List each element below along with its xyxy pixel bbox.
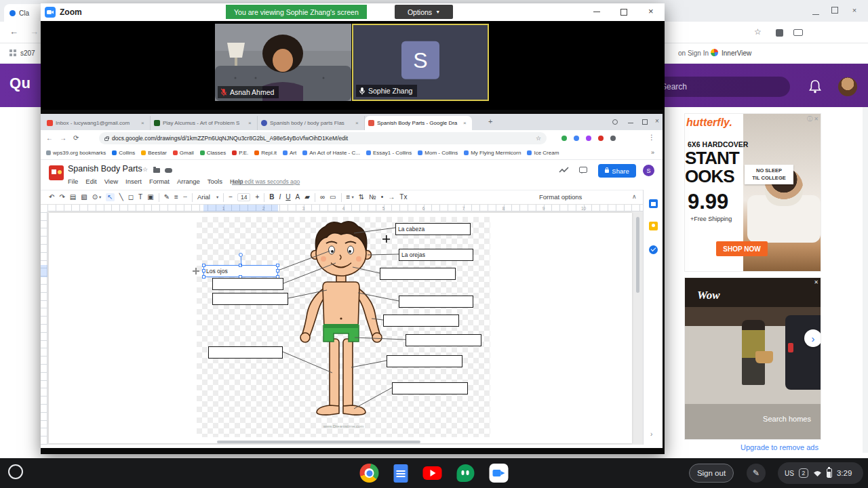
- clear-formatting-icon[interactable]: Tx: [399, 194, 407, 201]
- bold-icon[interactable]: B: [269, 194, 274, 201]
- text-color-icon[interactable]: A: [296, 194, 300, 201]
- resize-handle[interactable]: [276, 264, 279, 267]
- bookmark-item[interactable]: Classes: [200, 150, 226, 156]
- line-spacing-icon[interactable]: ⇅: [359, 194, 364, 201]
- toolbar-separator[interactable]: [159, 193, 159, 202]
- drawing-text-box[interactable]: [380, 268, 456, 280]
- last-edit-link[interactable]: Last edit was seconds ago: [232, 178, 300, 185]
- site-logo[interactable]: Qu: [9, 75, 31, 92]
- upgrade-remove-ads-link[interactable]: Upgrade to remove ads: [741, 443, 818, 451]
- shop-now-button[interactable]: SHOP NOW: [716, 241, 768, 256]
- launcher-button[interactable]: [8, 464, 23, 479]
- font-size-value[interactable]: 14: [237, 193, 250, 202]
- docs-app-icon[interactable]: [394, 464, 408, 483]
- menu-item[interactable]: File: [68, 178, 78, 185]
- zoom-dropdown-icon[interactable]: ▾: [99, 195, 101, 200]
- status-tray[interactable]: US 2 3:29: [778, 462, 863, 484]
- drawing-text-box[interactable]: [399, 296, 473, 308]
- bookmarks-overflow-icon[interactable]: [651, 149, 657, 156]
- shared-close-icon[interactable]: [655, 117, 659, 125]
- drawing-text-box[interactable]: La orejas: [399, 249, 473, 261]
- innerview-link[interactable]: InnerView: [722, 49, 751, 57]
- font-family-select[interactable]: Arial: [197, 194, 215, 201]
- indent-icon[interactable]: →: [388, 194, 395, 201]
- extension-icon[interactable]: [610, 136, 616, 141]
- bookmark-item[interactable]: Repl.it: [254, 150, 277, 156]
- keep-icon[interactable]: [649, 222, 658, 230]
- bookmark-item[interactable]: My Flying Mermicorn: [464, 150, 521, 156]
- browser-tab[interactable]: Play Alcumus - Art of Problem S: [151, 116, 258, 130]
- zoom-maximize-icon[interactable]: [620, 9, 627, 16]
- drawing-text-box[interactable]: [406, 334, 481, 346]
- youtube-app-icon[interactable]: [423, 466, 442, 480]
- ad-close-icon[interactable]: ✕: [814, 279, 818, 285]
- apps-grid-icon[interactable]: [9, 49, 16, 56]
- drawing-text-box[interactable]: [212, 293, 288, 305]
- presence-avatar[interactable]: S: [643, 165, 654, 176]
- browser-menu-icon[interactable]: [648, 134, 655, 141]
- extension-icon[interactable]: [586, 136, 591, 141]
- shape-tool-icon[interactable]: ◻: [128, 194, 134, 201]
- url-field[interactable]: docs.google.com/drawings/d/1kmZZPn6UqNJN…: [99, 132, 547, 144]
- hangouts-app-icon[interactable]: [457, 464, 475, 482]
- drawing-text-box[interactable]: La cabeza: [395, 223, 471, 235]
- collaborator-avatar[interactable]: [539, 165, 551, 176]
- align-dropdown-icon[interactable]: ▾: [351, 195, 353, 200]
- browser-tab[interactable]: Spanish body / body parts Flas: [258, 116, 365, 130]
- drawing-text-box[interactable]: [212, 278, 283, 290]
- carousel-next-button[interactable]: ›: [804, 329, 821, 347]
- shutterfly-ad[interactable]: hutterfly. ⓘ ✕ 6X6 HARDCOVER STANT OOKS …: [685, 114, 821, 271]
- window-minimize-icon[interactable]: [812, 9, 819, 15]
- participant-video-asnah[interactable]: Asnah Ahmed: [215, 24, 351, 101]
- bookmark-star-icon[interactable]: ☆: [754, 27, 762, 37]
- body-parts-clipart[interactable]: La cabeza La orejas: [197, 217, 490, 437]
- insert-comment-icon[interactable]: ▭: [330, 194, 336, 201]
- toolbar-separator[interactable]: [264, 193, 264, 202]
- canvas-horizontal-scrollbar[interactable]: [217, 441, 420, 443]
- tab-close-icon[interactable]: [355, 120, 361, 126]
- stylus-tools-button[interactable]: ✎: [747, 464, 766, 483]
- browser-tab[interactable]: Inbox - lucywang1@gmail.com: [43, 116, 151, 130]
- insert-link-icon[interactable]: ∞: [320, 194, 325, 201]
- insert-image-icon[interactable]: ▣: [147, 194, 153, 201]
- page-scrollbar[interactable]: [863, 107, 868, 453]
- tab-close-icon[interactable]: [141, 120, 146, 126]
- numbered-list-icon[interactable]: №: [369, 194, 376, 201]
- forward-icon[interactable]: →: [30, 26, 39, 37]
- ad-close-icon[interactable]: ⓘ ✕: [807, 115, 818, 123]
- extension-icon[interactable]: [598, 136, 604, 141]
- menu-item[interactable]: Arrange: [177, 178, 200, 185]
- new-tab-icon[interactable]: [488, 117, 492, 125]
- bookmark-item[interactable]: Beestar: [141, 150, 167, 156]
- bookmark-item[interactable]: Art: [283, 150, 296, 156]
- forward-icon[interactable]: →: [60, 134, 66, 142]
- extension-icon[interactable]: [574, 136, 579, 141]
- menu-item[interactable]: Tools: [208, 178, 222, 185]
- shared-maximize-icon[interactable]: [642, 119, 648, 125]
- bookmark-item[interactable]: Collins: [112, 150, 135, 156]
- star-document-icon[interactable]: ☆: [142, 166, 148, 173]
- toolbar-separator[interactable]: [315, 193, 315, 202]
- paint-format-icon[interactable]: ▧: [81, 194, 87, 201]
- line-tool-icon[interactable]: ╲: [119, 194, 123, 201]
- bookmark-star-icon[interactable]: ☆: [536, 135, 541, 142]
- search-homes-link[interactable]: Search homes: [763, 415, 811, 423]
- drawing-text-box[interactable]: [387, 355, 462, 367]
- bulleted-list-icon[interactable]: •: [381, 194, 384, 201]
- extension-icon[interactable]: [776, 29, 783, 37]
- text-box-tool-icon[interactable]: T: [138, 194, 142, 201]
- zoom-close-icon[interactable]: ×: [648, 6, 654, 16]
- back-icon[interactable]: ←: [9, 26, 18, 37]
- calendar-icon[interactable]: [649, 199, 658, 208]
- undo-icon[interactable]: ↶: [49, 194, 54, 201]
- zoom-tool-icon[interactable]: ⊙: [92, 194, 98, 201]
- search-input[interactable]: Search: [646, 77, 790, 97]
- line-weight-icon[interactable]: ≡: [174, 194, 178, 201]
- format-options-button[interactable]: Format options: [539, 193, 582, 201]
- italic-icon[interactable]: I: [279, 194, 281, 201]
- participant-video-sophie[interactable]: S Sophie Zhang: [352, 24, 489, 101]
- comment-icon[interactable]: [579, 167, 587, 173]
- collapse-toolbar-icon[interactable]: ∧: [632, 193, 637, 200]
- back-icon[interactable]: ←: [46, 134, 53, 142]
- highlight-color-icon[interactable]: ▰: [304, 194, 310, 201]
